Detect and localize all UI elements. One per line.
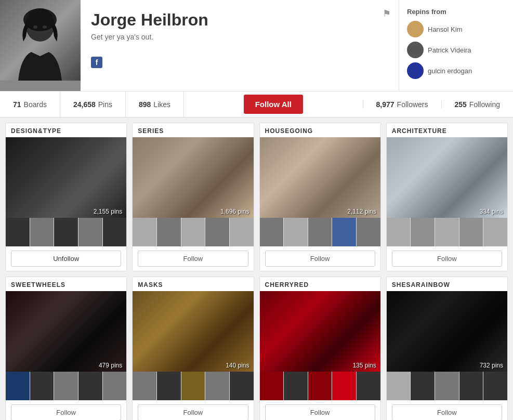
- board-thumb[interactable]: [102, 218, 127, 246]
- board-title[interactable]: SWEETWHEELS: [6, 277, 126, 291]
- board-main-image[interactable]: 140 pins: [133, 291, 253, 372]
- boards-grid: DESIGN&TYPE 2,155 pins Unfollow SERIES 1…: [0, 117, 513, 420]
- pins-count: 2,112 pins: [347, 208, 376, 215]
- board-title[interactable]: SHESARAINBOW: [387, 277, 507, 291]
- board-thumb[interactable]: [229, 372, 254, 400]
- board-thumb[interactable]: [30, 218, 54, 246]
- board-title[interactable]: ARCHITEXTURE: [387, 123, 507, 137]
- board-title[interactable]: MASKS: [133, 277, 253, 291]
- board-main-image[interactable]: 135 pins: [260, 291, 380, 372]
- follow-button[interactable]: Follow: [265, 251, 375, 267]
- board-thumb[interactable]: [356, 372, 380, 400]
- board-thumb[interactable]: [78, 218, 102, 246]
- stats-bar: 71 Boards 24,658 Pins 898 Likes Follow A…: [0, 91, 513, 117]
- board-main-image[interactable]: 1,696 pins: [133, 137, 253, 218]
- board-thumb-row: [387, 218, 507, 246]
- followers-stat[interactable]: 8,977 Followers: [363, 100, 441, 109]
- board-thumb[interactable]: [483, 372, 507, 400]
- repins-title: Repins from: [407, 8, 505, 16]
- board-thumb[interactable]: [459, 218, 483, 246]
- board-thumb-row: [387, 372, 507, 400]
- repin-user-name: gulcin erdogan: [428, 67, 472, 75]
- pins-count: 334 pins: [480, 208, 503, 215]
- board-thumb[interactable]: [229, 218, 254, 246]
- board-thumb[interactable]: [356, 218, 380, 246]
- board-title[interactable]: CHERRYRED: [260, 277, 380, 291]
- board-thumb[interactable]: [30, 372, 54, 400]
- board-main-image[interactable]: 479 pins: [6, 291, 126, 372]
- board-thumb-row: [133, 218, 253, 246]
- board-thumb[interactable]: [332, 372, 356, 400]
- board-thumb[interactable]: [205, 372, 229, 400]
- board-card: DESIGN&TYPE 2,155 pins Unfollow: [5, 123, 127, 271]
- follow-button[interactable]: Follow: [11, 404, 121, 420]
- follow-all-button[interactable]: Follow All: [244, 95, 303, 114]
- board-thumb[interactable]: [387, 372, 411, 400]
- stats-right: 8,977 Followers 255 Following: [363, 100, 513, 109]
- board-thumb[interactable]: [181, 372, 205, 400]
- board-thumb[interactable]: [308, 218, 332, 246]
- board-thumb[interactable]: [410, 218, 435, 246]
- board-thumb[interactable]: [6, 372, 30, 400]
- board-thumb[interactable]: [410, 372, 435, 400]
- board-thumb[interactable]: [156, 372, 181, 400]
- board-main-image[interactable]: 334 pins: [387, 137, 507, 218]
- follow-button[interactable]: Follow: [392, 251, 502, 267]
- board-thumb[interactable]: [260, 372, 284, 400]
- board-title[interactable]: DESIGN&TYPE: [6, 123, 126, 137]
- board-card: MASKS 140 pins Follow: [132, 277, 254, 420]
- repin-user-name: Hansol Kim: [428, 25, 462, 33]
- pins-count: 140 pins: [226, 362, 249, 369]
- board-thumb[interactable]: [260, 218, 284, 246]
- profile-social: f: [91, 57, 388, 68]
- board-thumb[interactable]: [435, 218, 459, 246]
- unfollow-button[interactable]: Unfollow: [11, 251, 121, 267]
- board-card: SERIES 1,696 pins Follow: [132, 123, 254, 271]
- board-card: ARCHITEXTURE 334 pins Follow: [386, 123, 508, 271]
- board-card: SHESARAINBOW 732 pins Follow: [386, 277, 508, 420]
- board-thumb-row: [260, 218, 380, 246]
- repin-user[interactable]: Hansol Kim: [407, 21, 505, 37]
- board-thumb[interactable]: [181, 218, 205, 246]
- follow-button[interactable]: Follow: [265, 404, 375, 420]
- follow-button[interactable]: Follow: [138, 251, 248, 267]
- board-thumb[interactable]: [133, 372, 156, 400]
- board-thumb[interactable]: [387, 218, 411, 246]
- profile-info: ⚑ Jorge Heilbron Get yer ya ya's out. f: [81, 0, 399, 91]
- follow-button[interactable]: Follow: [138, 404, 248, 420]
- flag-icon[interactable]: ⚑: [383, 8, 391, 19]
- board-thumb[interactable]: [205, 218, 229, 246]
- repin-user[interactable]: gulcin erdogan: [407, 62, 505, 79]
- repin-user[interactable]: Patrick Videira: [407, 42, 505, 58]
- board-thumb[interactable]: [483, 218, 507, 246]
- board-thumb[interactable]: [156, 218, 181, 246]
- board-thumb[interactable]: [6, 218, 30, 246]
- board-thumb[interactable]: [459, 372, 483, 400]
- board-thumb[interactable]: [78, 372, 102, 400]
- facebook-icon[interactable]: f: [91, 57, 102, 68]
- board-main-image[interactable]: 732 pins: [387, 291, 507, 372]
- board-title[interactable]: HOUSEGOING: [260, 123, 380, 137]
- board-title[interactable]: SERIES: [133, 123, 253, 137]
- board-thumb[interactable]: [435, 372, 459, 400]
- board-thumb[interactable]: [283, 218, 308, 246]
- follow-button[interactable]: Follow: [392, 404, 502, 420]
- board-thumb[interactable]: [332, 218, 356, 246]
- board-thumb-row: [6, 372, 126, 400]
- following-stat[interactable]: 255 Following: [441, 100, 514, 109]
- board-main-image[interactable]: 2,112 pins: [260, 137, 380, 218]
- board-thumb-row: [6, 218, 126, 246]
- board-thumb[interactable]: [102, 372, 127, 400]
- board-card: HOUSEGOING 2,112 pins Follow: [259, 123, 381, 271]
- boards-stat[interactable]: 71 Boards: [0, 91, 60, 117]
- board-main-image[interactable]: 2,155 pins: [6, 137, 126, 218]
- board-thumb[interactable]: [54, 218, 78, 246]
- board-thumb[interactable]: [54, 372, 78, 400]
- board-thumb[interactable]: [308, 372, 332, 400]
- board-thumb[interactable]: [283, 372, 308, 400]
- likes-stat[interactable]: 898 Likes: [126, 91, 184, 117]
- pins-stat[interactable]: 24,658 Pins: [60, 91, 126, 117]
- svg-point-3: [23, 8, 57, 31]
- board-thumb[interactable]: [133, 218, 156, 246]
- board-thumb-row: [133, 372, 253, 400]
